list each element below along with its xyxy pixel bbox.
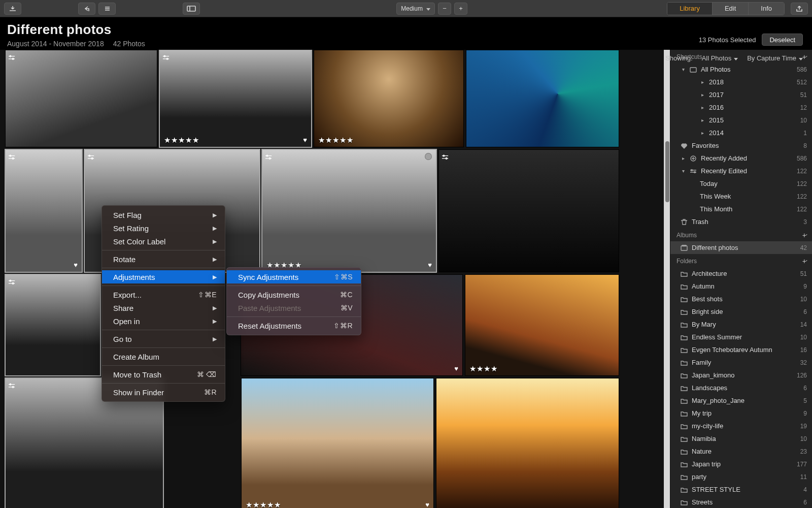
menu-item-label: Sync Adjustments xyxy=(238,273,298,281)
sort-dropdown[interactable]: By Capture Time xyxy=(747,54,803,62)
sidebar-item[interactable]: ▸2018512 xyxy=(670,76,812,88)
zoom-out-button[interactable]: − xyxy=(438,3,451,15)
back-button[interactable] xyxy=(78,3,95,15)
deselect-button[interactable]: Deselect xyxy=(762,34,803,46)
photo-thumbnail[interactable]: ♥ xyxy=(5,149,82,272)
disclosure-triangle-icon[interactable]: ▸ xyxy=(681,155,686,161)
sidebar-item[interactable]: Endless Summer10 xyxy=(670,331,812,343)
sidebar-item[interactable]: Mary_photo_Jane5 xyxy=(670,394,812,407)
sidebar-item[interactable]: Japan_kimono126 xyxy=(670,369,812,382)
add-shortcut-button[interactable]: +˅ xyxy=(802,53,807,61)
sidebar-item[interactable]: ▸201751 xyxy=(670,88,812,101)
disclosure-triangle-icon[interactable]: ▸ xyxy=(700,105,705,110)
menu-item[interactable]: Set Flag▶ xyxy=(102,208,225,221)
sidebar-item[interactable]: My trip9 xyxy=(670,407,812,420)
list-button[interactable] xyxy=(98,3,116,15)
menu-item[interactable]: Go to▶ xyxy=(102,332,225,345)
menu-item[interactable]: Sync Adjustments⇧⌘S xyxy=(227,270,361,283)
tab-info[interactable]: Info xyxy=(749,3,784,15)
sidebar-item[interactable]: STREET STYLE4 xyxy=(670,483,812,496)
disclosure-triangle-icon[interactable]: ▸ xyxy=(700,92,705,98)
photo-thumbnail[interactable] xyxy=(466,50,619,147)
sidebar-item[interactable]: ▸20141 xyxy=(670,126,812,139)
menu-item[interactable]: Show in Finder⌘R xyxy=(102,386,225,399)
photo-thumbnail[interactable] xyxy=(438,149,619,272)
disclosure-triangle-icon[interactable]: ▸ xyxy=(700,130,705,136)
sidebar-item[interactable]: ▾Recently Edited122 xyxy=(670,165,812,177)
layout-button[interactable] xyxy=(183,3,200,15)
menu-item[interactable]: Export...⇧⌘E xyxy=(102,288,225,301)
disclosure-triangle-icon[interactable]: ▾ xyxy=(681,67,686,72)
adjustments-submenu: Sync Adjustments⇧⌘SCopy Adjustments⌘CPas… xyxy=(226,267,361,335)
add-album-button[interactable]: +˅ xyxy=(802,231,807,239)
menu-item[interactable]: Open in▶ xyxy=(102,314,225,328)
menu-item[interactable]: Move to Trash⌘ ⌫ xyxy=(102,368,225,381)
tab-library[interactable]: Library xyxy=(667,3,713,15)
photo-thumbnail[interactable]: ★★★★★♥ xyxy=(241,378,434,508)
photo-thumbnail[interactable] xyxy=(5,274,100,376)
plus-icon: + xyxy=(459,5,463,12)
sidebar-item[interactable]: Different photos42 xyxy=(670,241,812,254)
sidebar-item[interactable]: Favorites8 xyxy=(670,139,812,152)
scrollbar-thumb[interactable] xyxy=(665,141,669,202)
sidebar-item[interactable]: Architecture51 xyxy=(670,267,812,280)
sidebar-item[interactable]: Namibia10 xyxy=(670,432,812,445)
menu-item[interactable]: Reset Adjustments⇧⌘R xyxy=(227,319,361,332)
disclosure-triangle-icon[interactable]: ▾ xyxy=(681,168,686,174)
sidebar-item[interactable]: party11 xyxy=(670,470,812,483)
thumbnail-size-popup[interactable]: Medium xyxy=(396,3,435,15)
photo-thumbnail[interactable]: ★★★★★♥ xyxy=(159,50,312,147)
menu-item[interactable]: Set Rating▶ xyxy=(102,221,225,235)
sidebar-item[interactable]: Family32 xyxy=(670,356,812,369)
sidebar-item[interactable]: ▸Recently Added586 xyxy=(670,152,812,165)
sidebar-item[interactable]: ▸201510 xyxy=(670,114,812,126)
disclosure-triangle-icon[interactable]: ▸ xyxy=(700,79,705,85)
sidebar-item[interactable]: Landscapes6 xyxy=(670,382,812,394)
sidebar-item[interactable]: Autumn9 xyxy=(670,280,812,293)
sidebar-item[interactable]: my-city-life19 xyxy=(670,420,812,432)
import-button[interactable] xyxy=(4,3,21,15)
sidebar-item[interactable]: Best shots10 xyxy=(670,293,812,305)
showing-filter-dropdown[interactable]: All Photos xyxy=(702,54,738,62)
sidebar-item[interactable]: Trash3 xyxy=(670,215,812,228)
photo-grid[interactable]: ★★★★★♥★★★★♥★★★★★♥♥★★★★★★★★★★♥ Set Flag▶S… xyxy=(0,50,670,508)
add-folder-button[interactable]: +˅ xyxy=(802,257,807,265)
sidebar-item[interactable]: Nature23 xyxy=(670,445,812,458)
menu-item[interactable]: Set Color Label▶ xyxy=(102,235,225,248)
sidebar-item-count: 10 xyxy=(793,296,807,303)
menu-item-label: Rotate xyxy=(113,255,136,264)
sidebar-item[interactable]: This Month122 xyxy=(670,203,812,215)
thumbnail-size-label: Medium xyxy=(401,5,423,12)
sidebar-item-count: 10 xyxy=(793,435,807,442)
menu-item[interactable]: Copy Adjustments⌘C xyxy=(227,288,361,301)
sidebar-item[interactable]: ▾All Photos586 xyxy=(670,63,812,76)
sidebar-item-count: 8 xyxy=(793,142,807,149)
scrollbar-track[interactable] xyxy=(664,50,670,508)
showing-value: All Photos xyxy=(702,54,732,62)
trash-icon xyxy=(681,219,688,225)
menu-item[interactable]: Rotate▶ xyxy=(102,252,225,266)
photo-thumbnail[interactable]: ★★★★ xyxy=(465,274,619,376)
photo-thumbnail[interactable]: ★★★★★ xyxy=(314,50,464,147)
sidebar-item-count: 6 xyxy=(793,308,807,315)
sidebar-item[interactable]: Evgen Tchebotarev Autumn16 xyxy=(670,343,812,356)
sidebar-item[interactable]: Japan trip177 xyxy=(670,458,812,470)
share-button[interactable] xyxy=(791,3,808,15)
tab-edit[interactable]: Edit xyxy=(713,3,749,15)
menu-item[interactable]: Share▶ xyxy=(102,301,225,314)
sidebar-item[interactable]: By Mary14 xyxy=(670,318,812,331)
photo-thumbnail[interactable] xyxy=(436,378,619,508)
disclosure-triangle-icon[interactable]: ▸ xyxy=(700,117,705,123)
sidebar-item[interactable]: Today122 xyxy=(670,177,812,190)
photo-thumbnail[interactable]: ★★★★★♥ xyxy=(262,149,436,272)
zoom-in-button[interactable]: + xyxy=(454,3,467,15)
menu-item[interactable]: Create Album xyxy=(102,350,225,363)
menu-item[interactable]: Adjustments▶ xyxy=(102,270,225,283)
sidebar-item-label: My trip xyxy=(692,409,712,417)
photo-thumbnail[interactable] xyxy=(5,50,157,147)
sidebar-item[interactable]: This Week122 xyxy=(670,190,812,203)
sidebar-item[interactable]: Bright side6 xyxy=(670,305,812,318)
sidebar-item[interactable]: ▸201612 xyxy=(670,101,812,114)
menu-shortcut: ⇧⌘S xyxy=(334,273,353,281)
sidebar-item[interactable]: Streets6 xyxy=(670,496,812,508)
